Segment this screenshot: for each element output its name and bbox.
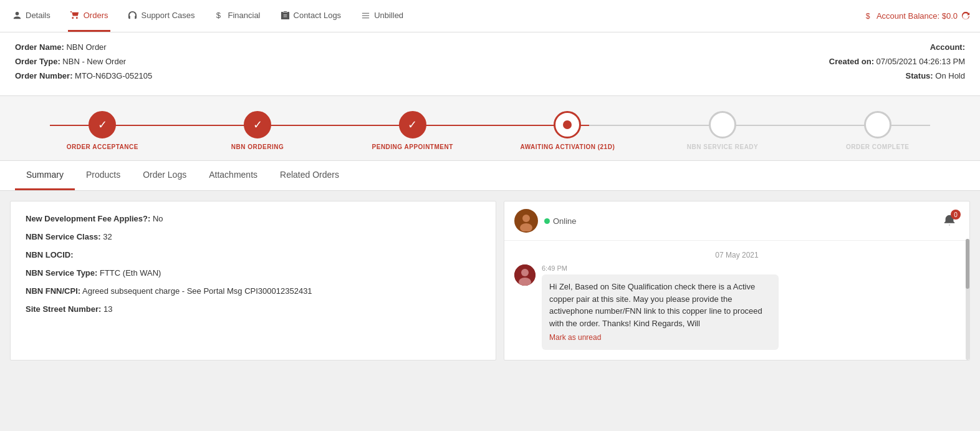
refresh-icon[interactable]: [961, 12, 970, 21]
field-label-nbn-locid: NBN LOCID:: [26, 250, 74, 259]
list-icon: [361, 11, 370, 20]
order-name-value: NBN Order: [66, 42, 106, 52]
field-label-nbn-service-type: NBN Service Type:: [26, 268, 97, 278]
field-label-nbn-fnn-cpi: NBN FNN/CPI:: [26, 286, 80, 296]
top-navigation: Details Orders Support Cases $ Financial…: [0, 0, 980, 32]
order-header-right: Account: Created on: 07/05/2021 04:26:13…: [490, 42, 965, 85]
chat-date-divider: 07 May 2021: [514, 251, 959, 259]
chat-panel: Online 0 07 May 2021: [504, 201, 970, 361]
message-avatar-image: [514, 264, 536, 286]
order-account-label: Account:: [930, 42, 965, 52]
order-number-label: Order Number:: [15, 71, 72, 80]
order-type-label: Order Type:: [15, 57, 60, 66]
step-nbn-service-ready: NBN SERVICE READY: [645, 111, 800, 150]
field-nbn-locid: NBN LOCID:: [26, 250, 481, 259]
nav-financial[interactable]: $ Financial: [212, 0, 262, 32]
nav-unbilled[interactable]: Unbilled: [358, 0, 406, 32]
order-status-label: Status:: [906, 71, 933, 80]
tabs-bar: Summary Products Order Logs Attachments …: [0, 161, 980, 191]
field-label-site-street-number: Site Street Number:: [26, 304, 101, 314]
order-type-field: Order Type: NBN - New Order: [15, 57, 490, 66]
message-bubble: Hi Zel, Based on Site Qualification chec…: [542, 274, 779, 350]
field-value-nbn-fnn-cpi: Agreed subsequent charge - See Portal Ms…: [82, 286, 312, 296]
cart-icon: [70, 11, 80, 20]
order-created-value: 07/05/2021 04:26:13 PM: [877, 57, 965, 66]
step-label-pending-appointment: PENDING APPOINTMENT: [372, 143, 453, 150]
step-label-nbn-ordering: NBN ORDERING: [231, 143, 284, 150]
step-label-order-acceptance: ORDER ACCEPTANCE: [67, 143, 138, 150]
main-content: New Development Fee Applies?: No NBN Ser…: [0, 191, 980, 370]
order-name-label: Order Name:: [15, 42, 64, 52]
step-circle-nbn-service-ready: [709, 111, 736, 138]
summary-left-panel: New Development Fee Applies?: No NBN Ser…: [10, 201, 496, 361]
svg-text:$: $: [866, 12, 870, 21]
message-time: 6:49 PM: [542, 264, 959, 272]
step-label-order-complete: ORDER COMPLETE: [846, 143, 909, 150]
tab-summary[interactable]: Summary: [15, 161, 75, 190]
headset-icon: [128, 11, 137, 20]
field-nbn-service-class: NBN Service Class: 32: [26, 232, 481, 241]
step-order-acceptance: ✓ ORDER ACCEPTANCE: [25, 111, 180, 150]
step-pending-appointment: ✓ PENDING APPOINTMENT: [335, 111, 490, 150]
step-circle-order-complete: [864, 111, 891, 138]
order-header-left: Order Name: NBN Order Order Type: NBN - …: [15, 42, 490, 85]
nav-details[interactable]: Details: [10, 0, 53, 32]
chat-agent-avatar: [514, 209, 538, 233]
order-created-label: Created on:: [829, 57, 874, 66]
order-account-field: Account:: [490, 42, 965, 52]
step-label-nbn-service-ready: NBN SERVICE READY: [687, 143, 758, 150]
step-circle-pending-appointment: ✓: [399, 111, 426, 138]
online-status: Online: [544, 216, 577, 226]
order-header: Order Name: NBN Order Order Type: NBN - …: [0, 32, 980, 96]
tab-attachments[interactable]: Attachments: [198, 161, 269, 190]
field-nbn-service-type: NBN Service Type: FTTC (Eth WAN): [26, 268, 481, 278]
order-number-field: Order Number: MTO-N6D3G-052105: [15, 71, 490, 80]
chat-scroll-thumb[interactable]: [966, 239, 969, 289]
chat-header: Online 0: [504, 201, 969, 241]
tab-related-orders[interactable]: Related Orders: [269, 161, 350, 190]
order-name-field: Order Name: NBN Order: [15, 42, 490, 52]
step-order-complete: ORDER COMPLETE: [800, 111, 955, 150]
step-awaiting-activation: AWAITING ACTIVATION (21D): [490, 111, 645, 150]
field-value-nbn-service-class: 32: [103, 232, 112, 241]
step-circle-order-acceptance: ✓: [89, 111, 116, 138]
mark-unread-button[interactable]: Mark as unread: [549, 332, 601, 343]
progress-track: ✓ ORDER ACCEPTANCE ✓ NBN ORDERING ✓ PEND…: [25, 111, 955, 150]
order-created-field: Created on: 07/05/2021 04:26:13 PM: [490, 57, 965, 66]
tab-products[interactable]: Products: [75, 161, 132, 190]
message-avatar: [514, 264, 536, 286]
message-text: Hi Zel, Based on Site Qualification chec…: [549, 282, 762, 328]
avatar-image: [516, 210, 537, 231]
field-label-new-dev-fee: New Development Fee Applies?:: [26, 214, 150, 223]
nav-support-cases[interactable]: Support Cases: [125, 0, 197, 32]
step-nbn-ordering: ✓ NBN ORDERING: [180, 111, 335, 150]
order-status-field: Status: On Hold: [490, 71, 965, 80]
field-nbn-fnn-cpi: NBN FNN/CPI: Agreed subsequent charge - …: [26, 286, 481, 296]
message-content: 6:49 PM Hi Zel, Based on Site Qualificat…: [542, 264, 959, 350]
notification-badge: 0: [951, 210, 961, 220]
person-icon: [12, 11, 22, 20]
field-label-nbn-service-class: NBN Service Class:: [26, 232, 101, 241]
clipboard-icon: [281, 11, 290, 20]
dollar-icon: $: [214, 11, 224, 20]
svg-point-6: [521, 269, 529, 276]
nav-contact-logs[interactable]: Contact Logs: [278, 0, 344, 32]
order-number-value: MTO-N6D3G-052105: [75, 71, 152, 80]
chat-scrollbar[interactable]: [966, 239, 969, 360]
nav-orders[interactable]: Orders: [68, 0, 111, 32]
tab-order-logs[interactable]: Order Logs: [132, 161, 198, 190]
chat-message-block: 6:49 PM Hi Zel, Based on Site Qualificat…: [514, 264, 959, 350]
field-new-dev-fee: New Development Fee Applies?: No: [26, 214, 481, 223]
online-status-label: Online: [553, 216, 577, 226]
field-value-nbn-service-type: FTTC (Eth WAN): [100, 268, 161, 278]
notification-button[interactable]: 0: [939, 211, 959, 231]
step-label-awaiting-activation: AWAITING ACTIVATION (21D): [520, 143, 615, 150]
step-circle-nbn-ordering: ✓: [244, 111, 271, 138]
account-balance: $ Account Balance: $0.0: [864, 11, 970, 21]
order-status-value: On Hold: [935, 71, 965, 80]
field-value-site-street-number: 13: [103, 304, 112, 314]
svg-point-3: [522, 215, 530, 222]
svg-text:$: $: [216, 11, 221, 20]
field-site-street-number: Site Street Number: 13: [26, 304, 481, 314]
online-dot: [544, 218, 550, 224]
